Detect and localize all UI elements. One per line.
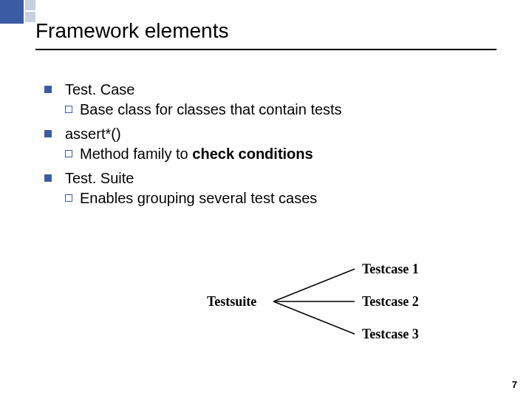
square-bullet-icon	[44, 174, 52, 182]
sub-list-item: Base class for classes that contain test…	[65, 101, 488, 118]
slide-title: Framework elements	[35, 19, 228, 43]
hollow-square-bullet-icon	[65, 150, 72, 157]
item-label: Test. Case	[65, 81, 134, 98]
content-area: Test. Case Base class for classes that c…	[44, 74, 488, 211]
svg-line-0	[273, 269, 355, 301]
item-label: Test. Suite	[65, 170, 134, 187]
sub-item-text: Method family to check conditions	[80, 146, 313, 163]
sub-item-text: Base class for classes that contain test…	[80, 101, 342, 118]
hollow-square-bullet-icon	[65, 106, 72, 113]
sub-item-text: Enables grouping several test cases	[80, 190, 317, 207]
page-number: 7	[512, 379, 517, 390]
title-underline	[35, 49, 497, 50]
accent-decoration	[0, 0, 35, 25]
item-label: assert*()	[65, 126, 121, 143]
sub-list-item: Method family to check conditions	[65, 146, 488, 163]
list-item: Test. Suite	[44, 170, 488, 187]
testsuite-diagram: Testsuite Testcase 1 Testcase 2 Testcase…	[207, 251, 473, 355]
svg-line-2	[273, 301, 355, 334]
square-bullet-icon	[44, 130, 52, 137]
list-item: Test. Case	[44, 81, 488, 98]
list-item: assert*()	[44, 126, 488, 143]
square-bullet-icon	[44, 86, 52, 93]
diagram-lines-icon	[207, 251, 473, 355]
sub-list-item: Enables grouping several test cases	[65, 190, 488, 207]
hollow-square-bullet-icon	[65, 194, 72, 202]
